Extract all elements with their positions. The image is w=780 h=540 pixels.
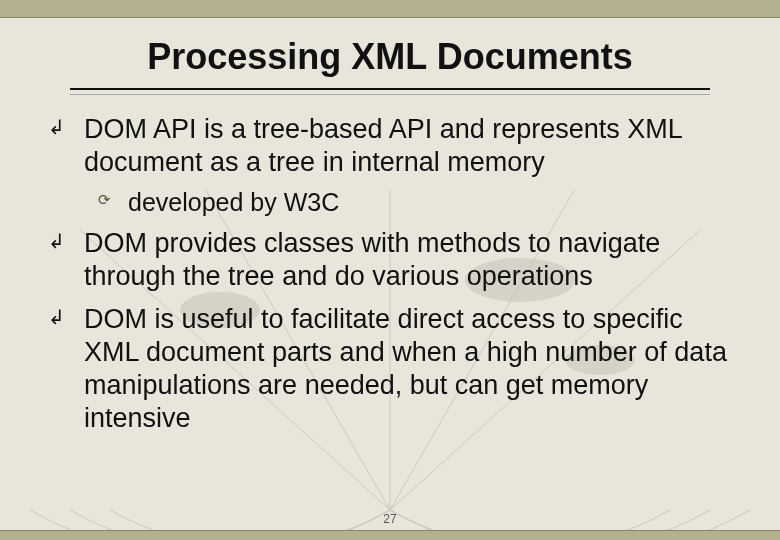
arrow-bullet-icon: ↲ [48,305,65,329]
list-item: ↲ DOM provides classes with methods to n… [40,227,740,293]
cycle-bullet-icon: ⟳ [98,191,111,209]
sub-list-item: ⟳ developed by W3C [84,187,740,218]
bottom-decorative-band [0,530,780,540]
arrow-bullet-icon: ↲ [48,115,65,139]
sub-bullet-list: ⟳ developed by W3C [84,187,740,218]
list-item-text: DOM provides classes with methods to nav… [84,228,660,291]
bullet-list: ↲ DOM API is a tree-based API and repres… [40,113,740,435]
slide-content: Processing XML Documents ↲ DOM API is a … [0,18,780,435]
title-underline [70,94,710,95]
sub-list-item-text: developed by W3C [128,188,339,216]
list-item-text: DOM is useful to facilitate direct acces… [84,304,727,433]
list-item: ↲ DOM is useful to facilitate direct acc… [40,303,740,435]
list-item: ↲ DOM API is a tree-based API and repres… [40,113,740,217]
list-item-text: DOM API is a tree-based API and represen… [84,114,682,177]
page-number: 27 [0,512,780,526]
top-decorative-band [0,0,780,18]
arrow-bullet-icon: ↲ [48,229,65,253]
slide-title: Processing XML Documents [70,36,710,90]
